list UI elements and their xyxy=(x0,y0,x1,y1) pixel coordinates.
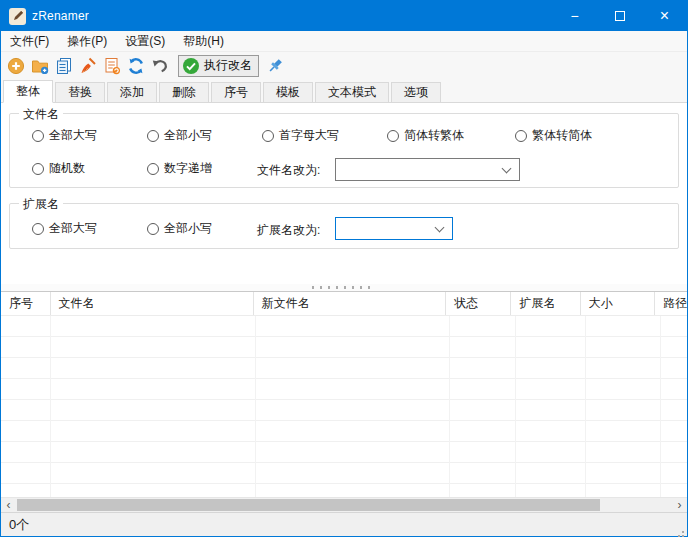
add-files-icon[interactable] xyxy=(4,55,28,77)
resize-grip-icon[interactable] xyxy=(682,531,684,533)
filename-groupbox: 文件名 全部大写 全部小写 首字母大写 简体转繁体 繁体转简体 xyxy=(9,113,679,188)
radio-random-circle xyxy=(32,163,44,175)
window-title: zRenamer xyxy=(32,9,89,23)
tabstrip: 整体 替换 添加 删除 序号 模板 文本模式 选项 xyxy=(1,79,687,102)
menu-help[interactable]: 帮助(H) xyxy=(174,31,233,51)
statusbar: 0个 xyxy=(1,512,687,536)
radio-lowercase-circle xyxy=(147,130,159,142)
menu-settings[interactable]: 设置(S) xyxy=(116,31,174,51)
undo-icon[interactable] xyxy=(148,55,172,77)
body-column-size xyxy=(586,316,661,497)
table-header-row: 序号 文件名 新文件名 状态 扩展名 大小 路径 xyxy=(1,292,687,316)
radio-increment-label: 数字递增 xyxy=(164,160,212,177)
tab-template[interactable]: 模板 xyxy=(263,82,313,102)
execute-rename-button[interactable]: 执行改名 xyxy=(178,55,259,77)
radio-traditional-to-simplified[interactable]: 繁体转简体 xyxy=(515,127,592,144)
column-header-filename[interactable]: 文件名 xyxy=(51,292,254,315)
radio-random-label: 随机数 xyxy=(49,160,85,177)
radio-increment-circle xyxy=(147,163,159,175)
item-count-text: 0个 xyxy=(9,516,29,534)
radio-uppercase-label: 全部大写 xyxy=(49,127,97,144)
extension-group-title: 扩展名 xyxy=(19,196,63,213)
file-list-table: 序号 文件名 新文件名 状态 扩展名 大小 路径 xyxy=(1,292,687,497)
radio-ext-uppercase[interactable]: 全部大写 xyxy=(32,220,97,237)
filename-group-title: 文件名 xyxy=(19,106,63,123)
maximize-icon xyxy=(615,11,625,21)
tab-text-mode[interactable]: 文本模式 xyxy=(315,82,389,102)
body-column-status xyxy=(450,316,516,497)
filename-combobox[interactable] xyxy=(335,158,520,181)
toolbar: 执行改名 xyxy=(1,52,687,79)
minimize-button[interactable]: − xyxy=(552,1,597,31)
scroll-left-arrow-icon[interactable]: ‹ xyxy=(1,498,16,512)
scroll-right-arrow-icon[interactable]: › xyxy=(672,498,687,512)
extension-groupbox: 扩展名 全部大写 全部小写 扩展名改为: xyxy=(9,203,679,249)
app-icon xyxy=(9,8,26,25)
radio-uppercase-circle xyxy=(32,130,44,142)
radio-ext-lowercase-label: 全部小写 xyxy=(164,220,212,237)
table-body-empty xyxy=(1,316,687,497)
radio-lowercase-label: 全部小写 xyxy=(164,127,212,144)
column-header-extension[interactable]: 扩展名 xyxy=(511,292,580,315)
column-header-status[interactable]: 状态 xyxy=(446,292,511,315)
filename-combo-label: 文件名改为: xyxy=(257,162,320,179)
extension-combobox[interactable] xyxy=(335,217,453,240)
body-column-filename xyxy=(51,316,256,497)
refresh-icon[interactable] xyxy=(124,55,148,77)
radio-t2s-label: 繁体转简体 xyxy=(532,127,592,144)
menubar: 文件(F) 操作(P) 设置(S) 帮助(H) xyxy=(1,31,687,52)
column-header-new-filename[interactable]: 新文件名 xyxy=(254,292,446,315)
radio-capitalize-label: 首字母大写 xyxy=(279,127,339,144)
splitter-grip-icon xyxy=(312,286,376,289)
radio-lowercase[interactable]: 全部小写 xyxy=(147,127,212,144)
edit-document-icon[interactable] xyxy=(100,55,124,77)
execute-rename-label: 执行改名 xyxy=(204,57,252,74)
radio-s2t-circle xyxy=(387,130,399,142)
menu-operation[interactable]: 操作(P) xyxy=(58,31,116,51)
maximize-button[interactable] xyxy=(597,1,642,31)
radio-capitalize[interactable]: 首字母大写 xyxy=(262,127,339,144)
copy-list-icon[interactable] xyxy=(52,55,76,77)
column-header-size[interactable]: 大小 xyxy=(581,292,655,315)
execute-check-icon xyxy=(182,57,200,75)
radio-uppercase[interactable]: 全部大写 xyxy=(32,127,97,144)
clear-list-icon[interactable] xyxy=(76,55,100,77)
column-header-path[interactable]: 路径 xyxy=(655,292,687,315)
tab-whole[interactable]: 整体 xyxy=(3,80,53,103)
tab-delete[interactable]: 删除 xyxy=(159,82,209,102)
pin-icon[interactable] xyxy=(263,55,287,77)
body-column-path xyxy=(661,316,687,497)
chevron-down-icon xyxy=(502,163,512,173)
chevron-down-icon xyxy=(435,222,445,232)
body-column-extension xyxy=(516,316,586,497)
radio-s2t-label: 简体转繁体 xyxy=(404,127,464,144)
tab-content-whole: 文件名 全部大写 全部小写 首字母大写 简体转繁体 繁体转简体 xyxy=(1,102,687,284)
horizontal-scrollbar[interactable]: ‹ › xyxy=(1,497,687,512)
radio-ext-uppercase-circle xyxy=(32,223,44,235)
extension-combo-label: 扩展名改为: xyxy=(257,222,320,239)
tab-options[interactable]: 选项 xyxy=(391,82,441,102)
tab-replace[interactable]: 替换 xyxy=(55,82,105,102)
radio-ext-uppercase-label: 全部大写 xyxy=(49,220,97,237)
menu-file[interactable]: 文件(F) xyxy=(1,31,58,51)
titlebar: zRenamer − × xyxy=(1,1,687,31)
app-window: zRenamer − × 文件(F) 操作(P) 设置(S) 帮助(H) xyxy=(0,0,688,537)
radio-t2s-circle xyxy=(515,130,527,142)
radio-ext-lowercase-circle xyxy=(147,223,159,235)
tab-add[interactable]: 添加 xyxy=(107,82,157,102)
body-column-new-filename xyxy=(256,316,450,497)
add-folder-icon[interactable] xyxy=(28,55,52,77)
splitter-handle[interactable] xyxy=(1,284,687,292)
radio-simplified-to-traditional[interactable]: 简体转繁体 xyxy=(387,127,464,144)
body-column-index xyxy=(1,316,51,497)
radio-random-number[interactable]: 随机数 xyxy=(32,160,85,177)
scrollbar-thumb[interactable] xyxy=(17,499,600,511)
close-button[interactable]: × xyxy=(642,1,687,31)
radio-capitalize-circle xyxy=(262,130,274,142)
tab-number[interactable]: 序号 xyxy=(211,82,261,102)
radio-ext-lowercase[interactable]: 全部小写 xyxy=(147,220,212,237)
radio-number-increment[interactable]: 数字递增 xyxy=(147,160,212,177)
column-header-index[interactable]: 序号 xyxy=(1,292,51,315)
